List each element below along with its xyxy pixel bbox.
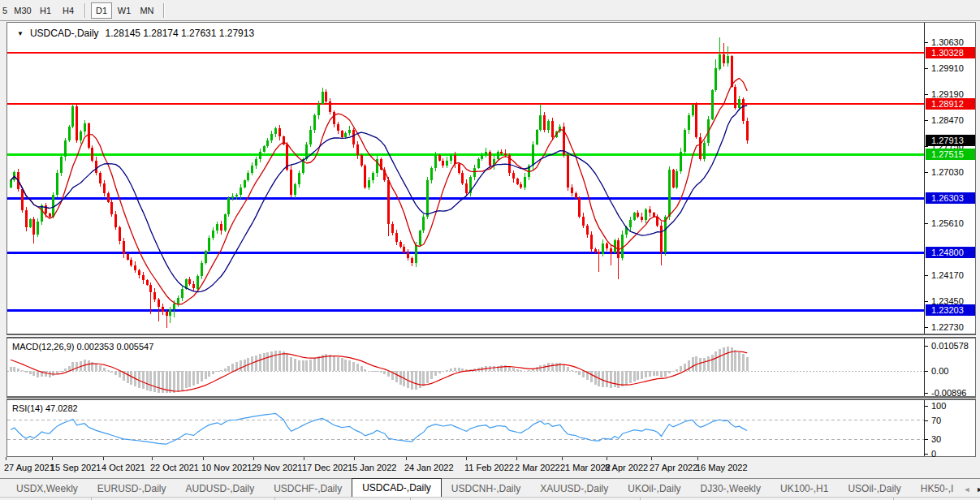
rsi-axis-label: 100 [931, 400, 946, 412]
chart-title-ohlc: 1.28145 1.28174 1.27631 1.27913 [106, 28, 255, 39]
chart-title-symbol: USDCAD-,Daily [30, 28, 99, 39]
price-axis-label: 1.28470 [931, 114, 964, 126]
chart-tab-dj30[interactable]: DJ30-,Weekly [691, 481, 771, 497]
date-axis-label: 17 Dec 2021 [302, 463, 352, 472]
timeframe-toolbar: 5M30H1H4D1W1MN [0, 0, 980, 21]
tab-scroll-right-icon[interactable]: ► [976, 485, 980, 494]
chart-tab-bar: USDX,WeeklyEURUSD-,DailyAUDUSD-,DailyUSD… [0, 478, 980, 497]
date-axis-label: 16 May 2022 [696, 463, 748, 472]
price-axis[interactable]: 1.306301.299101.291901.284701.277501.270… [924, 23, 975, 334]
price-level-badge: 1.27913 [926, 135, 975, 146]
chart-tab-usdcnh[interactable]: USDCNH-,Daily [442, 481, 530, 497]
support-resistance-lines [7, 53, 924, 310]
date-axis-label: 27 Apr 2022 [650, 463, 697, 472]
chart-tab-audusd[interactable]: AUDUSD-,Daily [175, 481, 264, 497]
rsi-axis-label: 70 [931, 415, 941, 426]
rsi-pane: RSI(14) 47.0282 10070300 [6, 399, 976, 457]
price-axis-label: 1.27030 [931, 166, 964, 178]
timeframe-button-w1[interactable]: W1 [114, 2, 135, 19]
price-axis-label: 1.25610 [931, 218, 964, 229]
price-level-badge: 1.23203 [926, 304, 975, 316]
date-axis-label: 4 Oct 2021 [101, 463, 145, 472]
price-chart-canvas[interactable] [7, 23, 924, 334]
time-axis[interactable]: 27 Aug 202115 Sep 20214 Oct 202122 Oct 2… [6, 457, 976, 478]
price-axis-label: 1.24170 [931, 269, 964, 281]
rsi-label: RSI(14) 47.0282 [12, 403, 78, 413]
date-axis-label: 27 Aug 2021 [4, 463, 54, 472]
date-axis-label: 21 Mar 2022 [560, 463, 611, 472]
price-level-badge: 1.26303 [926, 192, 975, 204]
fast-ma-line [11, 78, 747, 304]
price-axis-label: 1.30630 [931, 37, 964, 48]
chart-tab-ukoil[interactable]: UKOil-,Daily [618, 481, 690, 497]
chart-tab-usdcad[interactable]: USDCAD-,Daily [352, 478, 442, 497]
macd-axis-label: 0.00 [931, 365, 948, 377]
macd-axis-label: 0.010578 [931, 340, 969, 351]
timeframe-button-h1[interactable]: H1 [35, 2, 56, 19]
chart-tab-xauusd[interactable]: XAUUSD-,Daily [530, 481, 618, 497]
date-axis-label: 29 Nov 2021 [252, 463, 302, 472]
chart-tab-usdchf[interactable]: USDCHF-,Daily [264, 481, 352, 497]
price-axis-label: 1.29910 [931, 62, 964, 74]
timeframe-button-d1[interactable]: D1 [91, 2, 112, 19]
date-axis-label: 11 Feb 2022 [464, 463, 514, 472]
rsi-axis[interactable]: 10070300 [924, 400, 975, 456]
main-chart-pane: ▼ USDCAD-,Daily 1.28145 1.28174 1.27631 … [6, 22, 976, 334]
chart-tab-eurusd[interactable]: EURUSD-,Daily [88, 481, 176, 497]
timeframe-button-h4[interactable]: H4 [58, 2, 79, 19]
macd-label: MACD(12,26,9) 0.002353 0.005547 [12, 342, 153, 351]
price-level-badge: 1.27515 [926, 149, 975, 160]
status-bar [0, 497, 980, 500]
chart-tab-usdx[interactable]: USDX,Weekly [6, 481, 88, 497]
macd-pane: MACD(12,26,9) 0.002353 0.005547 0.010578… [6, 338, 976, 397]
date-axis-label: 5 Jan 2022 [352, 463, 396, 472]
toolbar-divider [84, 3, 85, 18]
price-level-badge: 1.24800 [926, 247, 975, 258]
timeframe-button-m30[interactable]: M30 [12, 2, 33, 19]
timeframe-button-5[interactable]: 5 [0, 2, 11, 19]
date-axis-label: 8 Apr 2022 [605, 463, 648, 472]
chart-title: ▼ USDCAD-,Daily 1.28145 1.28174 1.27631 … [17, 28, 254, 39]
rsi-axis-label: 30 [931, 433, 941, 445]
chart-dropdown-icon[interactable]: ▼ [17, 30, 24, 37]
date-axis-label: 10 Nov 2021 [201, 463, 252, 472]
timeframe-button-mn[interactable]: MN [136, 2, 158, 19]
chart-tab-uk100[interactable]: UK100-,H1 [771, 481, 838, 497]
price-level-badge: 1.28912 [926, 98, 975, 110]
price-axis-label: 1.22730 [931, 321, 964, 333]
date-axis-label: 15 Sep 2021 [50, 463, 101, 472]
macd-axis[interactable]: 0.0105780.00-0.00896 [924, 338, 975, 396]
macd-histogram [10, 347, 749, 393]
rsi-chart-canvas[interactable] [7, 400, 924, 456]
price-level-badge: 1.30328 [926, 47, 975, 58]
candles [10, 37, 749, 328]
date-axis-label: 22 Oct 2021 [150, 463, 199, 472]
chart-tab-usoil[interactable]: USOil-,Daily [838, 481, 910, 497]
date-axis-label: 2 Mar 2022 [515, 463, 560, 472]
date-axis-label: 24 Jan 2022 [404, 463, 454, 472]
tab-scroll-left-icon[interactable]: ◄ [963, 485, 970, 494]
toolbar-divider [163, 3, 164, 18]
chart-tab-hk50[interactable]: HK50-,I [911, 481, 964, 497]
